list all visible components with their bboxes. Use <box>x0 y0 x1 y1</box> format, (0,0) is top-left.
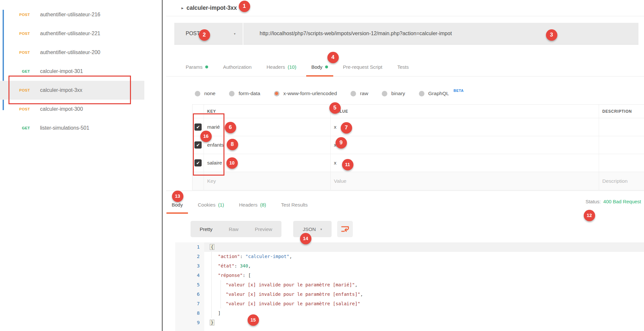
tab-tests[interactable]: Tests <box>392 57 414 77</box>
code-token: "calculer-impot" <box>245 254 289 259</box>
annotation-circle-15: 15 <box>248 314 259 326</box>
tab-label: Pre-request Script <box>343 64 382 70</box>
tab-count: (1) <box>218 202 224 208</box>
panel-divider[interactable] <box>162 0 163 331</box>
body-type-label: GraphQL <box>428 91 449 96</box>
annotation-circle-12: 12 <box>584 210 595 221</box>
tab-pre-request-script[interactable]: Pre-request Script <box>338 57 388 77</box>
value-cell[interactable]: x <box>330 136 599 154</box>
view-mode-raw[interactable]: Raw <box>229 226 238 232</box>
disclosure-triangle-icon[interactable] <box>181 6 184 10</box>
code-token: ] <box>218 310 221 316</box>
request-name: calculer-impot-300 <box>40 106 83 112</box>
request-name: lister-simulations-501 <box>40 125 89 131</box>
body-type-binary[interactable]: binary <box>382 91 405 96</box>
code-token: "réponse" <box>218 273 243 278</box>
format-label: JSON <box>303 226 316 232</box>
radio-icon <box>274 91 279 96</box>
description-cell[interactable] <box>599 154 644 172</box>
wrap-lines-button[interactable] <box>337 221 353 237</box>
response-tab-test-results[interactable]: Test Results <box>276 195 313 214</box>
code-line: { <box>204 242 644 252</box>
method-badge: POST <box>0 107 30 111</box>
line-number-gutter: 123456789 <box>175 242 204 331</box>
code-token: [ <box>248 273 251 278</box>
value-cell[interactable]: x <box>330 154 599 172</box>
view-mode-switch: PrettyRawPreview <box>191 221 281 237</box>
request-title: calculer-impot-3xx <box>187 5 237 11</box>
url-input[interactable]: http://localhost/php7/scripts-web/impots… <box>243 23 638 45</box>
method-badge: POST <box>0 32 30 36</box>
code-token: "valeur [x] invalide pour le paramètre [… <box>226 301 360 306</box>
annotation-circle-8: 8 <box>227 139 238 150</box>
chevron-down-icon <box>234 32 236 36</box>
body-type-none[interactable]: none <box>195 91 215 96</box>
request-tabs: ParamsAuthorizationHeaders(10)BodyPre-re… <box>180 57 414 77</box>
collections-sidebar: POSTauthentifier-utilisateur-216POSTauth… <box>0 0 162 331</box>
highlight-box-selected-request <box>8 76 131 104</box>
view-mode-preview[interactable]: Preview <box>255 226 272 232</box>
request-name: authentifier-utilisateur-221 <box>40 31 100 36</box>
code-token: , <box>360 292 363 297</box>
green-dot-icon <box>205 65 208 68</box>
format-dropdown[interactable]: JSON <box>293 221 332 237</box>
annotation-circle-5: 5 <box>329 102 341 114</box>
line-number: 3 <box>175 261 204 271</box>
radio-icon <box>195 91 200 96</box>
tab-label: Body <box>311 64 322 70</box>
method-badge: POST <box>0 13 30 17</box>
url-text: http://localhost/php7/scripts-web/impots… <box>260 31 452 36</box>
table-header-row: KEYVALUEDESCRIPTION <box>193 105 644 118</box>
description-column-header: DESCRIPTION <box>599 105 644 118</box>
status-label: Status: <box>585 199 601 204</box>
body-type-raw[interactable]: raw <box>351 91 368 96</box>
tab-authorization[interactable]: Authorization <box>218 57 257 77</box>
sidebar-item-authentifier-utilisateur-216[interactable]: POSTauthentifier-utilisateur-216 <box>0 5 144 24</box>
body-type-form-data[interactable]: form-data <box>229 91 260 96</box>
response-tab-cookies[interactable]: Cookies(1) <box>193 195 229 214</box>
table-placeholder-row: KeyValueDescription <box>193 172 644 190</box>
description-cell[interactable] <box>599 136 644 154</box>
table-row: enfantsx <box>193 136 644 154</box>
annotation-circle-14: 14 <box>300 233 311 244</box>
tab-label: Body <box>172 202 183 208</box>
body-type-graphql[interactable]: GraphQLBETA <box>419 91 464 96</box>
sidebar-item-authentifier-utilisateur-200[interactable]: POSTauthentifier-utilisateur-200 <box>0 43 144 62</box>
response-tab-headers[interactable]: Headers(8) <box>234 195 271 214</box>
table-row: salairex <box>193 154 644 172</box>
value-column-header: VALUE <box>330 105 599 118</box>
description-cell[interactable] <box>599 118 644 136</box>
code-token: : <box>235 263 240 268</box>
code-line: "état": 340, <box>204 261 644 271</box>
value-cell[interactable]: x <box>330 118 599 136</box>
body-type-label: x-www-form-urlencoded <box>283 91 337 96</box>
tab-label: Tests <box>397 64 409 70</box>
request-name: authentifier-utilisateur-216 <box>40 12 100 18</box>
body-type-x-www-form-urlencoded[interactable]: x-www-form-urlencoded <box>274 91 337 96</box>
tab-count: (10) <box>288 64 296 70</box>
wrap-lines-icon <box>341 225 349 233</box>
annotation-circle-7: 7 <box>341 122 352 134</box>
sidebar-item-authentifier-utilisateur-221[interactable]: POSTauthentifier-utilisateur-221 <box>0 24 144 43</box>
radio-icon <box>419 91 424 96</box>
method-badge: GET <box>0 69 30 73</box>
sidebar-item-lister-simulations-501[interactable]: GETlister-simulations-501 <box>0 119 144 137</box>
radio-icon <box>229 91 235 96</box>
tab-headers[interactable]: Headers(10) <box>261 57 301 77</box>
value-placeholder[interactable]: Value <box>330 172 599 190</box>
tab-label: Authorization <box>223 64 252 70</box>
annotation-circle-2: 2 <box>199 29 210 41</box>
annotation-circle-13: 13 <box>172 191 183 202</box>
annotation-circle-16: 16 <box>200 131 212 142</box>
code-token: : <box>243 273 248 278</box>
tab-params[interactable]: Params <box>180 57 213 77</box>
request-name: calculer-impot-301 <box>40 68 83 74</box>
response-tabs: BodyCookies(1)Headers(8)Test Results <box>166 195 313 214</box>
response-body-viewer[interactable]: 123456789 {"action": "calculer-impot","é… <box>166 242 644 331</box>
description-placeholder[interactable]: Description <box>599 172 644 190</box>
code-token: , <box>289 254 292 259</box>
annotation-circle-4: 4 <box>327 52 339 63</box>
code-line: "réponse": [ <box>204 271 644 280</box>
view-mode-pretty[interactable]: Pretty <box>200 226 212 232</box>
method-badge: POST <box>0 50 30 54</box>
